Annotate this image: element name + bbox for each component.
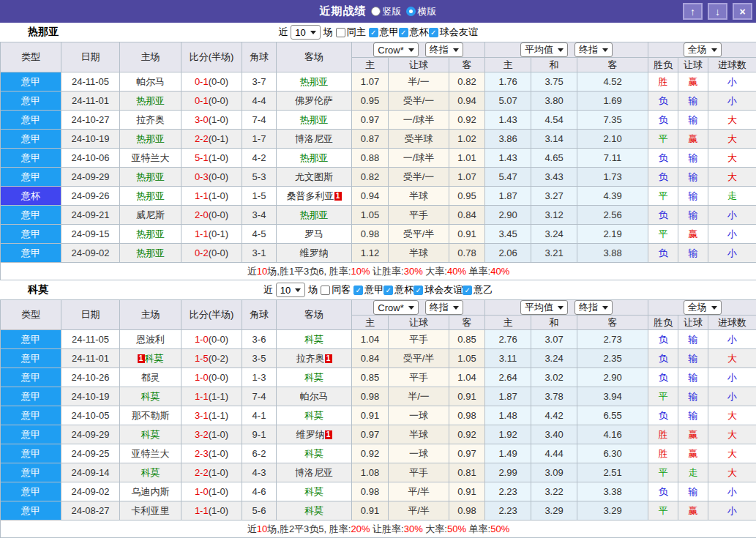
fulltime-score: 1-1 bbox=[195, 190, 209, 201]
league-checkbox[interactable]: ✓ bbox=[399, 28, 408, 37]
avg-select[interactable]: 平均值 bbox=[520, 300, 568, 315]
league-checkbox[interactable]: ✓ bbox=[383, 286, 393, 295]
league-filter[interactable]: ✓意甲 bbox=[369, 26, 399, 39]
avg-select[interactable]: 平均值 bbox=[520, 42, 568, 57]
avg-draw: 3.14 bbox=[531, 130, 577, 149]
move-down-button[interactable]: ↓ bbox=[708, 3, 727, 20]
match-type: 意甲 bbox=[1, 349, 61, 368]
same-venue-filter[interactable]: 同客 bbox=[321, 283, 351, 296]
close-icon[interactable]: × bbox=[733, 3, 752, 20]
match-date: 24-10-06 bbox=[61, 149, 120, 168]
match-count-select[interactable]: 10 bbox=[276, 283, 305, 297]
match-row: 意甲24-11-011科莫1-5(0-2)3-5拉齐奥10.84受平/半1.05… bbox=[1, 349, 756, 368]
match-count-select[interactable]: 10 bbox=[291, 25, 320, 40]
fulltime-select[interactable]: 全场 bbox=[684, 42, 722, 57]
league-filter[interactable]: ✓球会友谊 bbox=[413, 283, 463, 296]
result-handicap: 赢 bbox=[678, 225, 708, 244]
avg-final-select[interactable]: 终指 bbox=[575, 42, 613, 57]
match-type: 意杯 bbox=[1, 187, 61, 206]
odds-final-select[interactable]: 终指 bbox=[425, 42, 463, 57]
match-type: 意甲 bbox=[1, 244, 61, 263]
result-goals: 大 bbox=[708, 444, 756, 463]
result-outcome: 平 bbox=[648, 225, 678, 244]
halftime-score: (1-0) bbox=[209, 429, 228, 440]
radio-selected-icon[interactable] bbox=[406, 7, 416, 16]
league-label: 意杯 bbox=[410, 26, 429, 39]
layout-radio-horizontal[interactable]: 横版 bbox=[406, 5, 437, 18]
summary-text: 50% bbox=[490, 523, 509, 534]
team-label: 佛罗伦萨 bbox=[295, 95, 333, 106]
match-row: 意甲24-11-01热那亚0-1(0-0)4-4佛罗伦萨0.95受半/一0.94… bbox=[1, 92, 756, 111]
score-cell: 2-2(0-1) bbox=[181, 130, 242, 149]
odds-handicap: 一/球半 bbox=[389, 111, 449, 130]
same-venue-label: 同主 bbox=[347, 26, 366, 39]
layout-radio-vertical[interactable]: 竖版 bbox=[371, 5, 402, 18]
odds-away: 0.84 bbox=[449, 206, 485, 225]
odds-handicap: 一球 bbox=[389, 406, 449, 425]
league-filter[interactable]: ✓球会友谊 bbox=[429, 26, 478, 39]
avg-draw: 3.78 bbox=[531, 387, 577, 406]
league-checkbox[interactable]: ✓ bbox=[429, 28, 438, 37]
same-venue-checkbox[interactable] bbox=[321, 286, 330, 295]
league-filter[interactable]: ✓意杯 bbox=[383, 283, 413, 296]
odds-handicap: 平手 bbox=[389, 330, 449, 349]
odds-company-select[interactable]: Crow* bbox=[373, 300, 418, 315]
games-label: 场 bbox=[308, 283, 318, 296]
odds-away: 0.78 bbox=[449, 244, 485, 263]
league-checkbox[interactable]: ✓ bbox=[413, 286, 423, 295]
odds-company-select[interactable]: Crow* bbox=[373, 42, 418, 57]
match-row: 意甲24-09-15热那亚1-1(0-1)4-5罗马0.98受平/半0.913.… bbox=[1, 225, 756, 244]
match-row: 意甲24-11-05恩波利1-0(0-0)3-6科莫1.04平手0.852.76… bbox=[1, 330, 756, 349]
result-goals: 小 bbox=[708, 225, 756, 244]
move-up-button[interactable]: ↑ bbox=[683, 3, 703, 20]
same-venue-filter[interactable]: 同主 bbox=[336, 26, 366, 39]
league-checkbox[interactable]: ✓ bbox=[463, 286, 472, 295]
summary-text: 10 bbox=[257, 523, 267, 534]
avg-final-select[interactable]: 终指 bbox=[575, 300, 613, 315]
fulltime-score: 3-0 bbox=[195, 114, 209, 125]
league-filter[interactable]: ✓意杯 bbox=[399, 26, 429, 39]
titlebar-center: 近期战绩 竖版 横版 bbox=[320, 4, 437, 18]
odds-home: 1.12 bbox=[352, 244, 389, 263]
match-date: 24-11-01 bbox=[61, 349, 120, 368]
odds-handicap: 平手 bbox=[389, 368, 449, 387]
result-goals: 小 bbox=[708, 244, 756, 263]
home-team: 卡利亚里 bbox=[120, 501, 181, 521]
team-label: 科莫 bbox=[304, 448, 323, 459]
odds-final-select[interactable]: 终指 bbox=[425, 300, 463, 315]
home-team: 热那亚 bbox=[120, 187, 181, 206]
match-row: 意甲24-09-29热那亚0-3(0-0)5-3尤文图斯0.82受半/一1.07… bbox=[1, 168, 756, 187]
league-checkbox[interactable]: ✓ bbox=[353, 286, 363, 295]
team-label: 科莫 bbox=[141, 429, 160, 440]
away-team: 博洛尼亚 bbox=[277, 463, 352, 482]
home-team: 亚特兰大 bbox=[120, 149, 181, 168]
odds-handicap: 平/半 bbox=[389, 482, 449, 501]
result-handicap: 输 bbox=[678, 368, 708, 387]
radio-unselected-icon[interactable] bbox=[371, 7, 381, 16]
league-filter[interactable]: ✓意乙 bbox=[463, 283, 493, 296]
odds-final-value: 终指 bbox=[430, 43, 449, 56]
odds-home: 0.84 bbox=[352, 349, 389, 368]
avg-group-header: 平均值 终指 bbox=[485, 300, 648, 316]
match-date: 24-10-19 bbox=[61, 130, 120, 149]
same-venue-checkbox[interactable] bbox=[336, 28, 345, 37]
match-row: 意甲24-10-06亚特兰大5-1(1-0)4-2热那亚0.88一/球半1.01… bbox=[1, 149, 756, 168]
avg-away: 2.35 bbox=[577, 349, 648, 368]
result-handicap: 赢 bbox=[678, 425, 708, 444]
league-checkbox[interactable]: ✓ bbox=[369, 28, 378, 37]
sub-header-avg-home: 主 bbox=[485, 316, 531, 330]
fulltime-select[interactable]: 全场 bbox=[684, 300, 722, 315]
result-outcome: 负 bbox=[648, 111, 678, 130]
match-date: 24-10-19 bbox=[61, 387, 120, 406]
avg-away: 3.88 bbox=[577, 244, 648, 263]
match-date: 24-10-27 bbox=[61, 111, 120, 130]
home-team: 热那亚 bbox=[120, 168, 181, 187]
league-filter[interactable]: ✓意甲 bbox=[353, 283, 383, 296]
corners: 6-2 bbox=[242, 444, 277, 463]
avg-draw: 3.80 bbox=[531, 92, 577, 111]
odds-handicap: 受平/半 bbox=[389, 349, 449, 368]
avg-home: 2.06 bbox=[485, 244, 531, 263]
avg-away: 2.10 bbox=[577, 130, 648, 149]
avg-home: 3.86 bbox=[485, 130, 531, 149]
match-date: 24-09-29 bbox=[61, 168, 120, 187]
